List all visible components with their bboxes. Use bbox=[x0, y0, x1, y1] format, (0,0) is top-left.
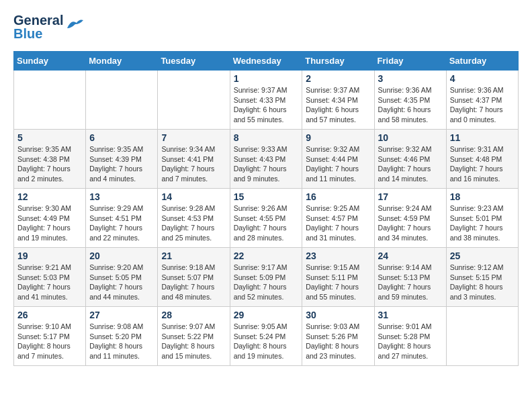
day-number: 27 bbox=[89, 310, 154, 320]
calendar-cell: 19Sunrise: 9:21 AM Sunset: 5:03 PM Dayli… bbox=[14, 248, 86, 307]
calendar-cell: 22Sunrise: 9:17 AM Sunset: 5:09 PM Dayli… bbox=[230, 248, 302, 307]
day-info: Sunrise: 9:24 AM Sunset: 4:59 PM Dayligh… bbox=[378, 203, 443, 243]
weekday-header-tuesday: Tuesday bbox=[158, 52, 230, 71]
day-number: 3 bbox=[378, 73, 443, 84]
calendar-cell: 7Sunrise: 9:34 AM Sunset: 4:41 PM Daylig… bbox=[158, 130, 230, 189]
day-number: 30 bbox=[306, 310, 370, 320]
day-number: 31 bbox=[378, 310, 443, 320]
logo-general-text: General bbox=[13, 13, 63, 27]
day-info: Sunrise: 9:23 AM Sunset: 5:01 PM Dayligh… bbox=[450, 203, 515, 243]
calendar-cell: 17Sunrise: 9:24 AM Sunset: 4:59 PM Dayli… bbox=[374, 189, 446, 248]
weekday-header-row: SundayMondayTuesdayWednesdayThursdayFrid… bbox=[14, 52, 519, 71]
calendar-week-row: 1Sunrise: 9:37 AM Sunset: 4:33 PM Daylig… bbox=[14, 71, 519, 130]
calendar-cell: 31Sunrise: 9:01 AM Sunset: 5:28 PM Dayli… bbox=[374, 307, 446, 366]
day-info: Sunrise: 9:32 AM Sunset: 4:44 PM Dayligh… bbox=[306, 144, 370, 184]
weekday-header-friday: Friday bbox=[374, 52, 446, 71]
day-info: Sunrise: 9:18 AM Sunset: 5:07 PM Dayligh… bbox=[161, 263, 226, 302]
logo-container: General Blue bbox=[13, 13, 83, 40]
day-info: Sunrise: 9:05 AM Sunset: 5:24 PM Dayligh… bbox=[234, 322, 299, 361]
day-number: 17 bbox=[378, 191, 443, 202]
calendar-cell: 12Sunrise: 9:30 AM Sunset: 4:49 PM Dayli… bbox=[14, 189, 86, 248]
calendar-cell bbox=[446, 307, 518, 366]
calendar-cell: 6Sunrise: 9:35 AM Sunset: 4:39 PM Daylig… bbox=[86, 130, 158, 189]
day-info: Sunrise: 9:28 AM Sunset: 4:53 PM Dayligh… bbox=[161, 203, 226, 243]
day-info: Sunrise: 9:08 AM Sunset: 5:20 PM Dayligh… bbox=[89, 322, 154, 361]
calendar-table: SundayMondayTuesdayWednesdayThursdayFrid… bbox=[13, 51, 519, 366]
calendar-cell: 23Sunrise: 9:15 AM Sunset: 5:11 PM Dayli… bbox=[302, 248, 374, 307]
calendar-cell: 10Sunrise: 9:32 AM Sunset: 4:46 PM Dayli… bbox=[374, 130, 446, 189]
calendar-cell: 20Sunrise: 9:20 AM Sunset: 5:05 PM Dayli… bbox=[86, 248, 158, 307]
day-number: 7 bbox=[161, 132, 226, 143]
day-number: 10 bbox=[378, 132, 443, 143]
calendar-cell: 24Sunrise: 9:14 AM Sunset: 5:13 PM Dayli… bbox=[374, 248, 446, 307]
calendar-cell: 3Sunrise: 9:36 AM Sunset: 4:35 PM Daylig… bbox=[374, 71, 446, 130]
day-number: 12 bbox=[17, 191, 82, 202]
calendar-cell: 13Sunrise: 9:29 AM Sunset: 4:51 PM Dayli… bbox=[86, 189, 158, 248]
day-info: Sunrise: 9:10 AM Sunset: 5:17 PM Dayligh… bbox=[17, 322, 82, 361]
calendar-cell: 5Sunrise: 9:35 AM Sunset: 4:38 PM Daylig… bbox=[14, 130, 86, 189]
day-number: 25 bbox=[450, 250, 515, 261]
calendar-cell: 2Sunrise: 9:37 AM Sunset: 4:34 PM Daylig… bbox=[302, 71, 374, 130]
day-number: 20 bbox=[89, 250, 154, 261]
logo-blue-text: Blue bbox=[13, 27, 63, 40]
weekday-header-monday: Monday bbox=[86, 52, 158, 71]
day-info: Sunrise: 9:37 AM Sunset: 4:34 PM Dayligh… bbox=[306, 85, 370, 125]
day-number: 1 bbox=[234, 73, 299, 84]
weekday-header-sunday: Sunday bbox=[14, 52, 86, 71]
logo-wave-icon bbox=[64, 15, 83, 34]
calendar-cell: 14Sunrise: 9:28 AM Sunset: 4:53 PM Dayli… bbox=[158, 189, 230, 248]
calendar-cell: 30Sunrise: 9:03 AM Sunset: 5:26 PM Dayli… bbox=[302, 307, 374, 366]
calendar-cell: 29Sunrise: 9:05 AM Sunset: 5:24 PM Dayli… bbox=[230, 307, 302, 366]
day-number: 29 bbox=[234, 310, 299, 320]
weekday-header-thursday: Thursday bbox=[302, 52, 374, 71]
day-info: Sunrise: 9:01 AM Sunset: 5:28 PM Dayligh… bbox=[378, 322, 443, 361]
day-info: Sunrise: 9:36 AM Sunset: 4:35 PM Dayligh… bbox=[378, 85, 443, 125]
calendar-cell: 18Sunrise: 9:23 AM Sunset: 5:01 PM Dayli… bbox=[446, 189, 518, 248]
calendar-cell bbox=[86, 71, 158, 130]
day-number: 16 bbox=[306, 191, 370, 202]
day-info: Sunrise: 9:37 AM Sunset: 4:33 PM Dayligh… bbox=[234, 85, 299, 125]
calendar-cell: 8Sunrise: 9:33 AM Sunset: 4:43 PM Daylig… bbox=[230, 130, 302, 189]
day-info: Sunrise: 9:07 AM Sunset: 5:22 PM Dayligh… bbox=[161, 322, 226, 361]
calendar-cell: 9Sunrise: 9:32 AM Sunset: 4:44 PM Daylig… bbox=[302, 130, 374, 189]
day-number: 23 bbox=[306, 250, 370, 261]
calendar-cell: 11Sunrise: 9:31 AM Sunset: 4:48 PM Dayli… bbox=[446, 130, 518, 189]
day-info: Sunrise: 9:25 AM Sunset: 4:57 PM Dayligh… bbox=[306, 203, 370, 243]
logo-text: General Blue bbox=[13, 13, 63, 40]
day-number: 2 bbox=[306, 73, 370, 84]
day-number: 24 bbox=[378, 250, 443, 261]
calendar-week-row: 5Sunrise: 9:35 AM Sunset: 4:38 PM Daylig… bbox=[14, 130, 519, 189]
calendar-cell: 26Sunrise: 9:10 AM Sunset: 5:17 PM Dayli… bbox=[14, 307, 86, 366]
weekday-header-wednesday: Wednesday bbox=[230, 52, 302, 71]
calendar-cell: 1Sunrise: 9:37 AM Sunset: 4:33 PM Daylig… bbox=[230, 71, 302, 130]
day-info: Sunrise: 9:26 AM Sunset: 4:55 PM Dayligh… bbox=[234, 203, 299, 243]
day-number: 19 bbox=[17, 250, 82, 261]
calendar-cell: 4Sunrise: 9:36 AM Sunset: 4:37 PM Daylig… bbox=[446, 71, 518, 130]
day-info: Sunrise: 9:03 AM Sunset: 5:26 PM Dayligh… bbox=[306, 322, 370, 361]
calendar-cell: 15Sunrise: 9:26 AM Sunset: 4:55 PM Dayli… bbox=[230, 189, 302, 248]
day-number: 8 bbox=[234, 132, 299, 143]
day-info: Sunrise: 9:31 AM Sunset: 4:48 PM Dayligh… bbox=[450, 144, 515, 184]
day-info: Sunrise: 9:14 AM Sunset: 5:13 PM Dayligh… bbox=[378, 263, 443, 302]
day-info: Sunrise: 9:17 AM Sunset: 5:09 PM Dayligh… bbox=[234, 263, 299, 302]
day-number: 13 bbox=[89, 191, 154, 202]
calendar-week-row: 12Sunrise: 9:30 AM Sunset: 4:49 PM Dayli… bbox=[14, 189, 519, 248]
day-number: 18 bbox=[450, 191, 515, 202]
day-number: 21 bbox=[161, 250, 226, 261]
day-info: Sunrise: 9:21 AM Sunset: 5:03 PM Dayligh… bbox=[17, 263, 82, 302]
weekday-header-saturday: Saturday bbox=[446, 52, 518, 71]
day-info: Sunrise: 9:36 AM Sunset: 4:37 PM Dayligh… bbox=[450, 85, 515, 125]
day-info: Sunrise: 9:34 AM Sunset: 4:41 PM Dayligh… bbox=[161, 144, 226, 184]
calendar-cell: 25Sunrise: 9:12 AM Sunset: 5:15 PM Dayli… bbox=[446, 248, 518, 307]
logo: General Blue bbox=[13, 13, 83, 40]
calendar-cell: 16Sunrise: 9:25 AM Sunset: 4:57 PM Dayli… bbox=[302, 189, 374, 248]
day-number: 6 bbox=[89, 132, 154, 143]
day-info: Sunrise: 9:12 AM Sunset: 5:15 PM Dayligh… bbox=[450, 263, 515, 302]
day-info: Sunrise: 9:35 AM Sunset: 4:38 PM Dayligh… bbox=[17, 144, 82, 184]
calendar-cell: 27Sunrise: 9:08 AM Sunset: 5:20 PM Dayli… bbox=[86, 307, 158, 366]
day-info: Sunrise: 9:35 AM Sunset: 4:39 PM Dayligh… bbox=[89, 144, 154, 184]
page-header: General Blue bbox=[13, 13, 519, 40]
day-number: 14 bbox=[161, 191, 226, 202]
day-info: Sunrise: 9:30 AM Sunset: 4:49 PM Dayligh… bbox=[17, 203, 82, 243]
day-number: 22 bbox=[234, 250, 299, 261]
